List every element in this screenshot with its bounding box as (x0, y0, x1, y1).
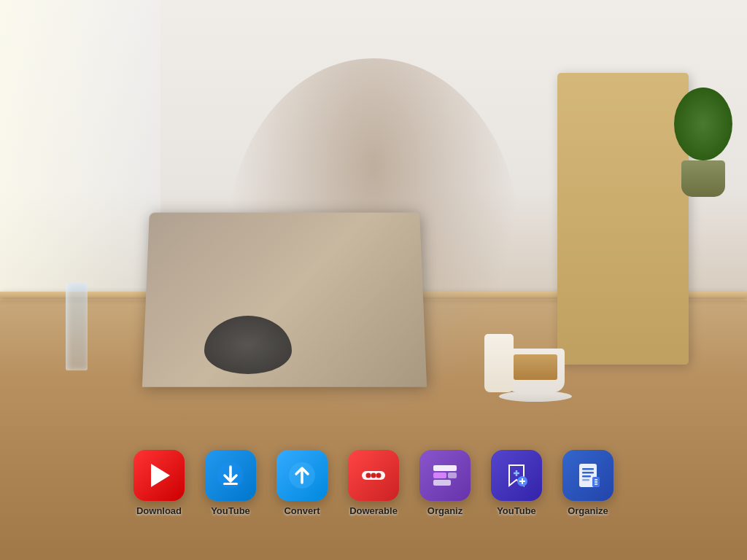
svg-rect-10 (448, 472, 457, 478)
download-icon-wrapper[interactable] (133, 450, 185, 501)
svg-point-5 (371, 473, 376, 478)
svg-rect-18 (582, 472, 594, 474)
convert-arrow-icon (287, 461, 317, 490)
youtube-download-label: YouTube (211, 505, 250, 516)
bottle (66, 283, 88, 370)
svg-point-6 (376, 473, 382, 478)
cup-saucer (499, 391, 572, 402)
svg-rect-19 (582, 475, 591, 478)
dowerable-label: Dowerable (349, 505, 398, 516)
svg-rect-9 (433, 480, 451, 486)
laptop (146, 210, 438, 400)
plant-pot (681, 160, 725, 197)
icon-bar: Download YouTube Convert (0, 450, 747, 516)
organize-icon (430, 461, 460, 490)
youtube2-icon-wrapper[interactable] (491, 450, 542, 501)
plant-leaves (674, 88, 732, 160)
convert-icon-wrapper[interactable] (276, 450, 328, 501)
vase (484, 334, 514, 392)
youtube-download-item[interactable]: YouTube (205, 450, 256, 516)
organize2-icon-wrapper[interactable] (562, 450, 614, 501)
document-lines-icon (573, 461, 603, 490)
svg-rect-7 (433, 465, 457, 471)
shelf (557, 73, 689, 365)
svg-rect-20 (582, 479, 589, 481)
organize2-label: Organize (568, 505, 608, 516)
organize-icon-wrapper[interactable] (419, 450, 471, 501)
organize-label: Organiz (427, 505, 462, 516)
svg-rect-1 (223, 483, 238, 485)
download-label: Download (136, 505, 182, 516)
dowerable-item[interactable]: Dowerable (348, 450, 399, 516)
organize-item[interactable]: Organiz (419, 450, 471, 516)
dots-icon (359, 461, 388, 490)
download-arrow-icon (216, 461, 245, 490)
youtube2-item[interactable]: YouTube (491, 450, 542, 516)
svg-point-4 (366, 473, 371, 478)
plant (681, 109, 732, 197)
youtube-download-icon-wrapper[interactable] (205, 450, 256, 501)
dowerable-icon-wrapper[interactable] (348, 450, 399, 501)
svg-rect-8 (433, 472, 446, 478)
youtube2-label: YouTube (497, 505, 536, 516)
convert-item[interactable]: Convert (276, 450, 328, 516)
youtube-play-icon (151, 464, 170, 487)
download-item[interactable]: Download (133, 450, 185, 516)
bookmark-plus-icon (502, 461, 531, 490)
cup-liquid (514, 354, 557, 380)
svg-rect-17 (582, 468, 594, 470)
cup-body (506, 349, 565, 392)
organize2-item[interactable]: Organize (562, 450, 614, 516)
convert-label: Convert (284, 505, 320, 516)
